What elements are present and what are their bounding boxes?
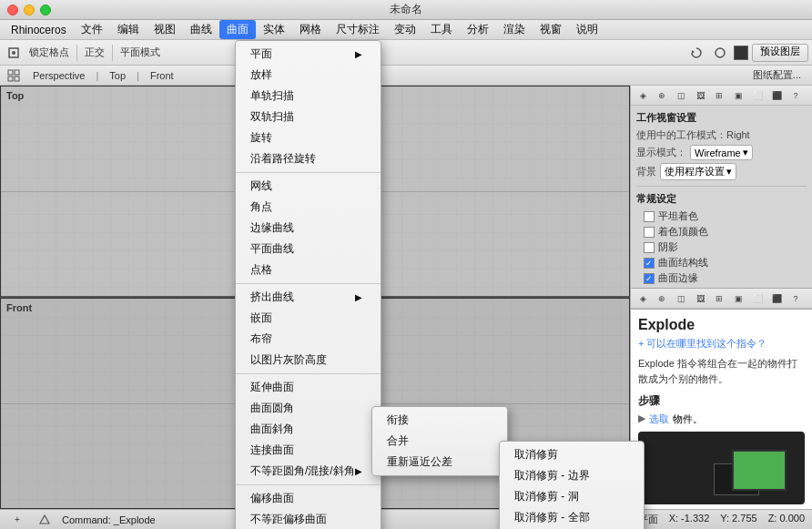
window-title: 未命名 [390, 2, 422, 17]
shadow-label: 阴影 [658, 240, 678, 254]
status-add-btn[interactable]: + [7, 510, 27, 530]
panel-icon-5[interactable]: ⊞ [711, 87, 727, 104]
submenu-untrim-hole[interactable]: 取消修剪 - 洞 [500, 486, 644, 507]
vp-front-tab[interactable]: Front [145, 69, 179, 82]
menu-single-sweep[interactable]: 单轨扫描 [236, 86, 381, 107]
new-viewport-btn[interactable] [4, 66, 24, 86]
menu-double-sweep[interactable]: 双轨扫描 [236, 107, 381, 127]
panel-question-btn[interactable]: ? [787, 87, 804, 104]
panel-icon-2[interactable]: ⊕ [654, 87, 670, 104]
menu-offset[interactable]: 偏移曲面 [236, 488, 381, 509]
vp-top-tab[interactable]: Top [104, 69, 131, 82]
menu-corner[interactable]: 角点 [236, 197, 381, 218]
menu-analyze[interactable]: 分析 [460, 20, 496, 39]
panel-btn-1b[interactable]: ◈ [634, 290, 651, 307]
panel-btn-7b[interactable]: ⬜ [749, 290, 766, 307]
circle-icon[interactable] [710, 43, 730, 63]
flat-shading-label: 平坦着色 [658, 209, 698, 223]
menu-curve[interactable]: 曲线 [183, 20, 219, 39]
menu-patch[interactable]: 嵌面 [236, 308, 381, 329]
submenu-untrim[interactable]: 取消修剪 [500, 444, 644, 465]
surface-edges-checkbox[interactable]: ✓ [644, 258, 655, 269]
menu-scene[interactable]: 视窗 [533, 20, 569, 39]
step-arrow: ▶ [638, 412, 645, 424]
menu-extend[interactable]: 延伸曲面 [236, 377, 381, 398]
menu-variable-fillet[interactable]: 不等距圆角/混接/斜角 ▶ [236, 461, 381, 482]
panel-btn-3b[interactable]: ◫ [673, 290, 689, 307]
menu-surface[interactable]: 曲面 [219, 20, 256, 39]
ortho-label: 正交 [81, 46, 108, 59]
menu-view[interactable]: 视图 [147, 20, 183, 39]
trim-submenu[interactable]: 取消修剪 取消修剪 - 边界 取消修剪 - 洞 取消修剪 - 全部 分离修剪 分… [499, 441, 645, 529]
submenu-untrim-edge[interactable]: 取消修剪 - 边界 [500, 465, 644, 486]
panel-icon-4[interactable]: 🖼 [692, 87, 708, 104]
panel-btn-2b[interactable]: ⊕ [654, 290, 670, 307]
panel-icon-1[interactable]: ◈ [634, 87, 651, 104]
surface-edge-checkbox[interactable]: ✓ [644, 273, 655, 284]
sep2 [112, 45, 113, 61]
step-link[interactable]: 选取 [649, 412, 669, 426]
menu-transform[interactable]: 变动 [387, 20, 423, 39]
menu-variable-offset[interactable]: 不等距偏移曲面 [236, 509, 381, 529]
menu-tools[interactable]: 工具 [423, 20, 460, 39]
panel-btn-8b[interactable]: ⬛ [768, 290, 785, 307]
menu-blend[interactable]: 连接曲面 [236, 440, 381, 461]
panel-btn-4b[interactable]: 🖼 [692, 290, 708, 307]
cb-flat-shading: 平坦着色 [636, 209, 807, 223]
shadow-checkbox[interactable] [644, 242, 655, 253]
menu-path-revolve[interactable]: 沿着路径旋转 [236, 148, 381, 169]
panel-toolbar-top: ◈ ⊕ ◫ 🖼 ⊞ ▣ ⬜ ⬛ ? [631, 86, 812, 106]
submenu-fillet[interactable]: 衔接 [372, 410, 507, 431]
vp-perspective-tab[interactable]: Perspective [27, 69, 90, 82]
menu-fillet[interactable]: 曲面圆角 [236, 398, 381, 419]
page-layout-btn[interactable]: 图纸配置... [753, 68, 808, 82]
menu-chamfer[interactable]: 曲面斜角 [236, 419, 381, 440]
menu-rhinoceros[interactable]: Rhinoceros [4, 22, 74, 38]
sep-c [236, 373, 381, 374]
menu-network[interactable]: 网线 [236, 176, 381, 197]
panel-icon-7[interactable]: ⬜ [749, 87, 766, 104]
menu-point-grid[interactable]: 点格 [236, 259, 381, 280]
menu-render[interactable]: 渲染 [496, 20, 533, 39]
flat-shading-checkbox[interactable] [644, 211, 655, 222]
panel-icon-6[interactable]: ▣ [730, 87, 746, 104]
menu-plane-curve[interactable]: 平面曲线 [236, 239, 381, 259]
menu-help[interactable]: 说明 [569, 20, 605, 39]
menu-edge-curve[interactable]: 边缘曲线 [236, 218, 381, 239]
bg-color-checkbox[interactable] [644, 227, 655, 238]
preset-layer-btn[interactable]: 预设图层 [752, 44, 808, 62]
panel-icon-3[interactable]: ◫ [673, 87, 689, 104]
menu-loft[interactable]: 放样 [236, 65, 381, 86]
close-button[interactable] [7, 5, 18, 15]
maximize-button[interactable] [40, 5, 51, 15]
rotate-icon[interactable] [686, 43, 706, 63]
menu-height-field[interactable]: 以图片灰阶高度 [236, 350, 381, 371]
panel-question-btn-b[interactable]: ? [787, 290, 804, 307]
submenu-rebuild[interactable]: 重新逼近公差 [372, 452, 507, 473]
submenu-untrim-all[interactable]: 取消修剪 - 全部 [500, 507, 644, 528]
help-find-link[interactable]: + 可以在哪里找到这个指令？ [638, 337, 805, 351]
menu-cloth[interactable]: 布帘 [236, 329, 381, 350]
minimize-button[interactable] [24, 5, 35, 15]
panel-icon-8[interactable]: ⬛ [768, 87, 785, 104]
background-dropdown[interactable]: 使用程序设置 ▾ [660, 163, 736, 180]
menu-mesh[interactable]: 网格 [292, 20, 329, 39]
status-z: Z: 0.000 [768, 513, 805, 526]
color-swatch[interactable] [734, 46, 748, 60]
menu-dimension[interactable]: 尺寸标注 [329, 20, 387, 39]
menu-edit[interactable]: 编辑 [110, 20, 147, 39]
display-mode-dropdown[interactable]: Wireframe ▾ [690, 145, 753, 160]
panel-btn-6b[interactable]: ▣ [730, 290, 746, 307]
surface-menu-dropdown[interactable]: 平面 ▶ 放样 单轨扫描 双轨扫描 旋转 沿着路径旋转 网线 角点 边缘曲线 平… [235, 40, 381, 529]
svg-rect-4 [8, 70, 13, 75]
menu-solid[interactable]: 实体 [256, 20, 292, 39]
menu-plane[interactable]: 平面 ▶ [236, 44, 381, 65]
submenu-merge[interactable]: 合并 [372, 431, 507, 452]
status-icon-1[interactable] [35, 510, 55, 530]
panel-btn-5b[interactable]: ⊞ [711, 290, 727, 307]
edit-tools-submenu[interactable]: 衔接 合并 重新逼近公差 [371, 406, 508, 476]
snap-toolbar-btn[interactable] [4, 43, 24, 63]
menu-revolve[interactable]: 旋转 [236, 127, 381, 148]
menu-file[interactable]: 文件 [74, 20, 110, 39]
menu-extrude-curve[interactable]: 挤出曲线 ▶ [236, 287, 381, 308]
